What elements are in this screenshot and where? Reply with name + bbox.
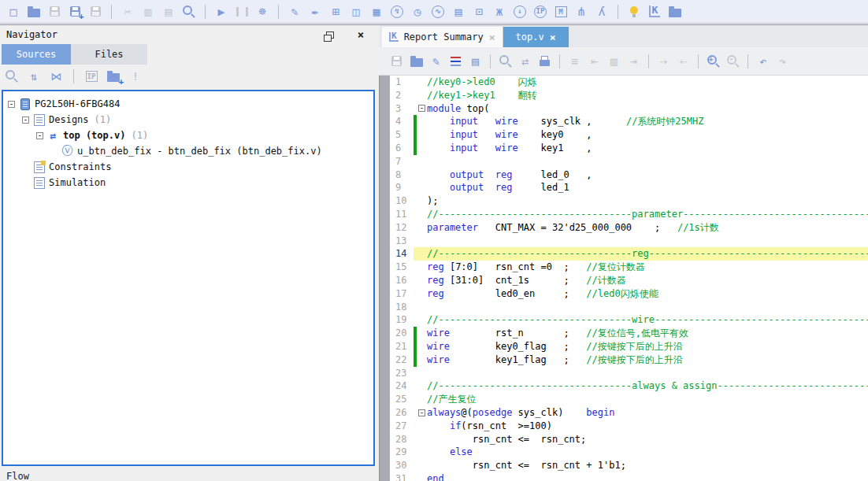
tips-icon[interactable] <box>624 2 644 21</box>
code-text: //----------------------------------para… <box>427 208 868 221</box>
format-block-icon[interactable]: ▥ <box>604 52 624 71</box>
code-editor[interactable]: 1//key0->led0 闪烁2//key1->key1 翻转3-module… <box>390 76 868 481</box>
pause-flow-icon[interactable] <box>232 2 252 21</box>
calculator-icon[interactable]: ▦ <box>366 2 387 21</box>
toolbar-separator <box>205 5 206 19</box>
expander-icon[interactable]: - <box>8 101 15 108</box>
edit-constraints-icon[interactable]: ✎ <box>284 2 305 21</box>
report-settings-icon[interactable]: ✒ <box>305 2 325 21</box>
save-file-icon[interactable] <box>387 52 406 71</box>
project-directory-icon[interactable] <box>665 2 685 21</box>
line-number: 28 <box>390 433 414 446</box>
navigator-title-bar: Navigator × <box>0 25 379 44</box>
copy-icon[interactable]: ▥ <box>138 2 158 21</box>
signal-analyzer-icon[interactable]: ∿ <box>428 2 448 21</box>
sources-tree[interactable]: -PG2L50H-6FBG484-Designs(1)-⇄top (top.v)… <box>2 90 375 466</box>
run-flow-icon[interactable]: ▶ <box>211 2 232 21</box>
download-bitstream-icon[interactable]: ↓ <box>510 2 530 21</box>
float-panel-icon[interactable] <box>321 25 341 44</box>
tab-sources[interactable]: Sources <box>2 44 71 65</box>
templates-icon[interactable]: ▤ <box>466 52 485 71</box>
code-text: input wire key0 , <box>427 128 868 142</box>
panel-splitter[interactable] <box>379 76 390 481</box>
tree-item-pg2l50h-6fbg484[interactable]: -PG2L50H-6FBG484 <box>3 96 373 112</box>
chip-viewer-icon[interactable]: ⊡ <box>469 2 489 21</box>
print-icon[interactable] <box>535 52 555 71</box>
timing-analysis-icon[interactable]: ◷ <box>407 2 428 21</box>
collapse-all-icon[interactable]: ⋈ <box>46 67 66 86</box>
paste-icon[interactable]: ▤ <box>158 2 179 21</box>
tab-top-v[interactable]: top.v× <box>503 27 569 47</box>
expander-icon[interactable]: - <box>36 132 43 139</box>
line-number: 29 <box>390 446 414 459</box>
zoom-in-icon[interactable] <box>703 52 723 71</box>
undo-icon[interactable]: ↶ <box>753 52 773 71</box>
save-all-icon[interactable] <box>85 2 106 21</box>
code-text: //----------------------------------reg-… <box>427 247 868 261</box>
prev-bookmark-icon[interactable]: ⇠ <box>673 52 693 71</box>
code-text: wire key0_flag ; //按键按下后的上升沿 <box>427 340 868 353</box>
tree-item-label: Simulation <box>49 177 106 188</box>
outdent-icon[interactable]: ⇤ <box>584 52 604 71</box>
tab-files[interactable]: Files <box>71 44 147 65</box>
save-icon[interactable] <box>44 2 65 21</box>
flow-panel-label[interactable]: Flow <box>6 471 29 481</box>
tree-item-constraints[interactable]: Constraints <box>3 159 373 175</box>
settings-icon[interactable]: ☸ <box>252 2 273 21</box>
tree-item-u-btn-deb-fix-btn-deb-fix-btn-deb-fix-v[interactable]: Ⓥu_btn_deb_fix - btn_deb_fix (btn_deb_fi… <box>3 143 373 159</box>
show-messages-icon[interactable]: ! <box>125 67 146 86</box>
code-text: rsn_cnt <= rsn_cnt; <box>427 433 868 446</box>
add-sources-icon[interactable]: + <box>103 67 124 86</box>
redo-icon[interactable]: ↷ <box>773 52 792 71</box>
search-sources-icon[interactable] <box>2 67 22 86</box>
next-bookmark-icon[interactable]: ⇢ <box>654 52 673 71</box>
tab-report-summary[interactable]: KReport Summary× <box>382 27 503 47</box>
toolbar-separator <box>490 54 491 68</box>
line-number: 8 <box>390 168 414 182</box>
find-icon[interactable] <box>495 52 515 71</box>
tree-item-designs[interactable]: -Designs(1) <box>3 112 373 128</box>
open-file-icon[interactable] <box>406 52 426 71</box>
syntax-check-icon[interactable] <box>446 52 466 71</box>
synthesize-icon[interactable]: ↯ <box>387 2 407 21</box>
find-replace-icon[interactable]: ⇄ <box>515 52 535 71</box>
code-text: rsn_cnt <= rsn_cnt + 1'b1; <box>427 459 868 472</box>
tree-item-simulation[interactable]: Simulation <box>3 175 373 191</box>
close-panel-icon[interactable]: × <box>351 25 371 44</box>
report-viewer-icon[interactable]: ▤ <box>448 2 469 21</box>
close-tab-icon[interactable]: × <box>550 31 556 43</box>
zoom-out-icon[interactable] <box>723 52 743 71</box>
add-source-node-icon[interactable]: ⋔ <box>571 2 592 21</box>
k-tool-icon[interactable]: K <box>644 2 665 21</box>
justify-icon[interactable]: ≡ <box>565 52 584 71</box>
new-file-icon[interactable]: □ <box>3 2 24 21</box>
monitor-icon[interactable]: M <box>551 2 571 21</box>
code-line-8: 8 output reg led_0 , <box>390 168 868 182</box>
code-line-4: 4 input wire sys_clk , //系统时钟25MHZ <box>390 115 868 128</box>
fold-icon[interactable]: - <box>418 105 425 112</box>
edit-file-icon[interactable]: ✎ <box>426 52 446 71</box>
line-number: 25 <box>390 393 414 406</box>
expand-all-icon[interactable]: ⇅ <box>24 67 44 86</box>
navigator-tab-bar: SourcesFiles <box>0 44 379 65</box>
tree-item-top-top-v[interactable]: -⇄top (top.v)(1) <box>3 128 373 143</box>
line-number: 23 <box>390 367 414 380</box>
netlist-hierarchy-icon[interactable]: ◫ <box>346 2 366 21</box>
close-tab-icon[interactable]: × <box>489 31 495 43</box>
open-project-icon[interactable] <box>24 2 44 21</box>
debugger-icon[interactable]: ж <box>489 2 510 21</box>
cut-icon[interactable]: ✂ <box>117 2 138 21</box>
code-line-10: 10); <box>390 194 868 208</box>
design-hierarchy-icon[interactable]: ʎ <box>592 2 612 21</box>
fold-icon[interactable]: - <box>418 409 425 416</box>
line-number: 24 <box>390 379 414 393</box>
ip-center-icon[interactable]: IP <box>530 2 551 21</box>
code-line-16: 16reg [31:0] cnt_1s ; //计数器 <box>390 274 868 287</box>
schematic-view-icon[interactable]: ⊞ <box>325 2 346 21</box>
toolbar-separator <box>278 5 279 19</box>
save-as-icon[interactable]: + <box>65 2 85 21</box>
find-in-files-icon[interactable] <box>179 2 199 21</box>
indent-icon[interactable]: ⇥ <box>624 52 644 71</box>
ip-sources-icon[interactable]: IP <box>81 67 102 86</box>
expander-icon[interactable]: - <box>22 117 29 124</box>
